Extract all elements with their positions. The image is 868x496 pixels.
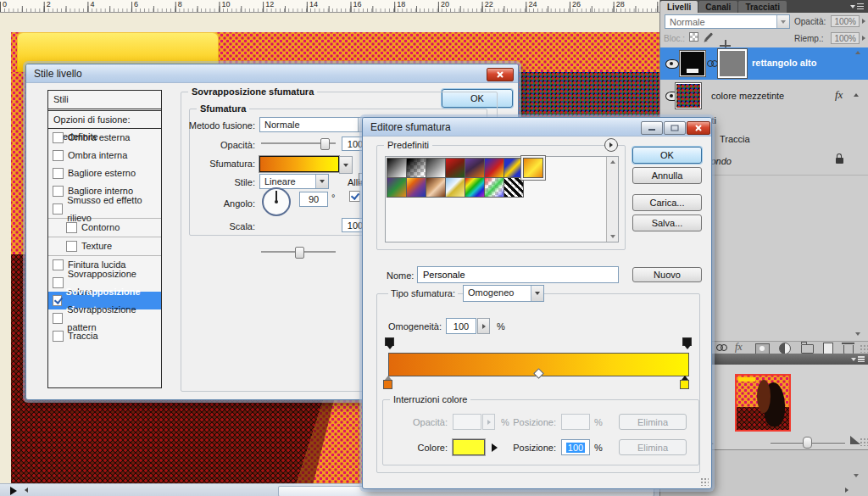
- checkbox[interactable]: [53, 331, 64, 342]
- blend-options-item[interactable]: Opzioni di fusione: Predefinite: [48, 111, 161, 129]
- opacity-value[interactable]: 100%: [831, 15, 860, 27]
- gradient-swatch[interactable]: [259, 156, 339, 172]
- panel-menu-icon[interactable]: [851, 355, 865, 363]
- close-icon[interactable]: [687, 121, 710, 135]
- blend-mode-dropdown[interactable]: Normale: [259, 117, 371, 132]
- blend-mode-select[interactable]: Normale: [665, 14, 790, 29]
- scale-slider[interactable]: [261, 246, 336, 258]
- styles-header[interactable]: Stili: [48, 91, 161, 111]
- color-stop-right[interactable]: [680, 376, 689, 389]
- save-button[interactable]: Salva...: [632, 215, 702, 231]
- checkbox[interactable]: [53, 277, 64, 288]
- checkbox[interactable]: [53, 186, 64, 197]
- gradient-preset-15[interactable]: [504, 177, 524, 198]
- panel-expand-arrow-icon[interactable]: [10, 487, 17, 495]
- gradient-preset-9[interactable]: [387, 177, 407, 198]
- fill-value[interactable]: 100%: [831, 32, 860, 44]
- dialog-titlebar[interactable]: Stile livello: [26, 64, 518, 83]
- new-layer-icon[interactable]: [823, 343, 833, 354]
- scroll-down-icon[interactable]: [855, 332, 860, 336]
- color-stop-left[interactable]: [383, 376, 392, 389]
- navigator-zoom-thumb[interactable]: [803, 437, 812, 449]
- gradient-preset-4[interactable]: [445, 158, 465, 178]
- checkbox[interactable]: [53, 150, 64, 161]
- tab-livelli[interactable]: Livelli: [660, 1, 698, 13]
- scroll-down-icon[interactable]: [607, 232, 618, 241]
- style-item-texture[interactable]: Texture: [48, 237, 161, 256]
- layer-row-colore-mezzetinte[interactable]: colore mezzetinte fx: [660, 80, 868, 113]
- angle-dial[interactable]: [262, 187, 291, 216]
- checkbox[interactable]: [53, 259, 64, 270]
- presets-menu-icon[interactable]: [604, 138, 618, 152]
- checkbox[interactable]: [53, 132, 64, 143]
- checkbox[interactable]: [53, 168, 64, 179]
- checkbox[interactable]: [53, 203, 63, 215]
- gradient-preset-7[interactable]: [504, 158, 524, 178]
- style-item-ombra-interna[interactable]: Ombra interna: [48, 147, 161, 164]
- checkbox[interactable]: [53, 313, 63, 324]
- layer-thumbnail[interactable]: [676, 83, 701, 109]
- gradient-preset-2[interactable]: [406, 158, 426, 178]
- gradient-type-dropdown[interactable]: Omogeneo: [463, 285, 544, 302]
- new-button[interactable]: Nuovo: [632, 267, 702, 282]
- cancel-button[interactable]: Annulla: [632, 167, 702, 184]
- scroll-up-icon[interactable]: [855, 51, 860, 54]
- scroll-left-icon[interactable]: [25, 488, 28, 493]
- layer-name[interactable]: rettangolo alto: [752, 58, 816, 68]
- gradient-preset-6[interactable]: [484, 158, 504, 178]
- layer-thumbnail[interactable]: [680, 51, 705, 76]
- panel-menu-icon[interactable]: [850, 3, 864, 10]
- style-item-smusso-ed-effetto-rilievo[interactable]: Smusso ed effetto rilievo: [48, 200, 161, 218]
- gradient-preset-12[interactable]: [445, 177, 465, 198]
- link-layers-icon[interactable]: [716, 344, 727, 351]
- gradient-preset-8[interactable]: [523, 158, 543, 178]
- navigator-preview[interactable]: [735, 374, 791, 432]
- gradient-preset-3[interactable]: [426, 158, 446, 178]
- tab-tracciati[interactable]: Tracciati: [738, 1, 787, 13]
- opacity-slider[interactable]: [261, 137, 336, 149]
- style-dropdown[interactable]: Lineare: [259, 174, 329, 189]
- panel-resize-grip[interactable]: [860, 437, 868, 446]
- smoothness-stepper-icon[interactable]: [477, 318, 490, 334]
- minimize-icon[interactable]: [641, 121, 663, 135]
- effect-item-label[interactable]: Traccia: [720, 134, 750, 144]
- opacity-stepper-icon[interactable]: [860, 17, 867, 25]
- gradient-preset-1[interactable]: [387, 158, 407, 178]
- fx-badge[interactable]: fx: [835, 88, 843, 102]
- slider-thumb[interactable]: [295, 247, 304, 259]
- layer-name[interactable]: colore mezzetinte: [711, 91, 784, 101]
- maximize-icon[interactable]: [664, 121, 686, 135]
- style-item-bagliore-esterno[interactable]: Bagliore esterno: [48, 164, 161, 182]
- layer-row-rettangolo-alto[interactable]: rettangolo alto: [660, 47, 868, 81]
- visibility-eye-icon[interactable]: [665, 59, 679, 69]
- scroll-up-icon[interactable]: [607, 158, 618, 166]
- layer-mask-thumbnail[interactable]: [718, 49, 747, 78]
- fx-collapse-icon[interactable]: [854, 93, 859, 97]
- color-menu-icon[interactable]: [488, 439, 500, 455]
- load-button[interactable]: Carica...: [632, 194, 702, 211]
- gradient-preset-13[interactable]: [465, 177, 485, 198]
- stop-color-swatch[interactable]: [453, 439, 485, 455]
- lock-transparency-icon[interactable]: [689, 32, 698, 42]
- layer-style-fx-icon[interactable]: fx: [735, 341, 743, 354]
- checkbox[interactable]: [53, 295, 62, 306]
- mask-link-icon[interactable]: [707, 60, 718, 67]
- scroll-down-icon[interactable]: [854, 474, 859, 477]
- smoothness-value-box[interactable]: 100: [446, 318, 476, 334]
- gradient-preset-10[interactable]: [406, 177, 426, 198]
- dialog-resize-grip[interactable]: [700, 477, 709, 486]
- name-input[interactable]: [417, 266, 619, 283]
- gradient-picker-chevron-icon[interactable]: [339, 156, 353, 174]
- slider-thumb[interactable]: [320, 138, 330, 150]
- opacity-stop-left[interactable]: [385, 337, 394, 350]
- checkbox[interactable]: [66, 241, 77, 252]
- fill-stepper-icon[interactable]: [860, 34, 867, 42]
- adjustment-layer-icon[interactable]: [779, 343, 791, 354]
- angle-value-box[interactable]: 90: [299, 192, 328, 207]
- expand-right-icon[interactable]: [845, 488, 849, 493]
- gradient-preset-5[interactable]: [465, 158, 485, 178]
- position-value-box[interactable]: 100: [561, 439, 590, 455]
- gradient-preset-14[interactable]: [484, 177, 504, 198]
- opacity-stop-right[interactable]: [682, 337, 692, 350]
- new-group-folder-icon[interactable]: [801, 344, 814, 354]
